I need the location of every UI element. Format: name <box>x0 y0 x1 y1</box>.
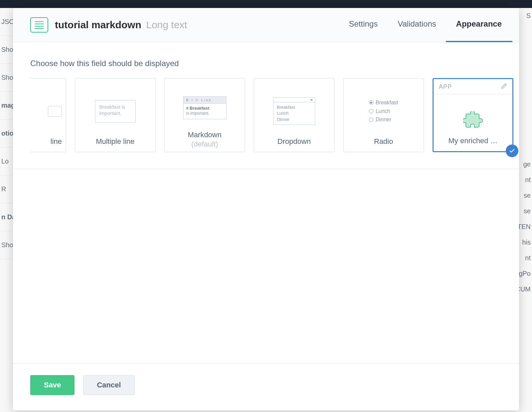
modal-footer: Save Cancel <box>13 363 519 410</box>
tab-settings[interactable]: Settings <box>349 19 378 31</box>
option-label: My enriched … <box>438 137 508 145</box>
option-label: Radio <box>374 137 393 146</box>
field-name: tutorial markdown <box>55 19 141 30</box>
radio-preview: Breakfast Lunch Dinner <box>369 98 398 124</box>
option-label: Markdown <box>188 131 221 139</box>
active-tab-indicator <box>446 41 512 42</box>
app-badge: APP <box>439 83 452 90</box>
long-text-icon <box>30 17 48 33</box>
field-type-label: Long text <box>146 19 187 30</box>
modal-tabs: Settings Validations Appearance <box>349 19 502 31</box>
option-radio[interactable]: Breakfast Lunch Dinner Radio <box>343 78 424 152</box>
app-top-bar <box>0 0 532 8</box>
dropdown-preview: Breakfast Lunch Dinner <box>273 97 315 125</box>
modal-body: Choose how this field should be displaye… <box>13 42 519 363</box>
section-divider <box>13 169 519 169</box>
cancel-button[interactable]: Cancel <box>83 375 134 395</box>
option-dropdown[interactable]: Breakfast Lunch Dinner Dropdown <box>254 78 334 152</box>
option-single-line[interactable]: line <box>30 78 66 152</box>
option-multiple-line[interactable]: Breakfast is important. Multiple line <box>75 78 156 152</box>
single-line-preview <box>48 106 62 117</box>
option-sublabel: (default) <box>191 140 218 149</box>
appearance-options: line Breakfast is important. Multiple li… <box>30 78 502 169</box>
field-title: tutorial markdown Long text <box>55 19 187 31</box>
field-settings-modal: tutorial markdown Long text Settings Val… <box>13 8 519 410</box>
tab-validations[interactable]: Validations <box>398 19 436 31</box>
save-button[interactable]: Save <box>30 375 74 395</box>
option-markdown[interactable]: B I U Link # Breakfast is important. Mar… <box>164 78 245 152</box>
option-label: Multiple line <box>96 137 134 146</box>
option-label: line <box>51 137 62 146</box>
option-app-extension[interactable]: APP My enriched … <box>433 78 513 152</box>
multiple-line-preview: Breakfast is important. <box>95 100 136 123</box>
modal-header: tutorial markdown Long text Settings Val… <box>13 8 519 42</box>
markdown-preview: B I U Link # Breakfast is important. <box>183 96 226 119</box>
selected-check-icon <box>506 145 518 157</box>
pencil-icon[interactable] <box>501 83 507 91</box>
tab-appearance[interactable]: Appearance <box>456 19 502 31</box>
option-label: Dropdown <box>277 137 311 146</box>
puzzle-icon <box>463 111 483 130</box>
instructions-text: Choose how this field should be displaye… <box>30 59 502 68</box>
app-card-header: APP <box>434 79 512 94</box>
